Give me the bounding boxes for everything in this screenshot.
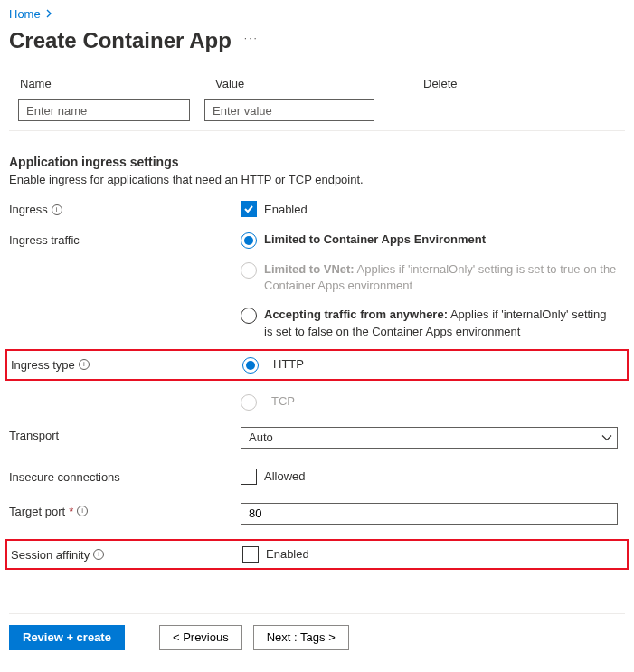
ingress-enabled-label: Enabled: [264, 203, 308, 216]
highlight-session-affinity: Session affinity i Enabled: [5, 539, 629, 570]
env-name-input[interactable]: [18, 99, 190, 121]
section-desc: Enable ingress for applications that nee…: [9, 173, 625, 186]
radio-http-label: HTTP: [273, 356, 304, 373]
breadcrumb-home[interactable]: Home: [9, 7, 41, 21]
label-ingress: Ingress: [9, 203, 48, 216]
wizard-footer: Review + create < Previous Next : Tags >: [9, 613, 625, 650]
breadcrumb: Home: [9, 4, 625, 28]
row-tcp: TCP: [9, 393, 625, 411]
transport-select[interactable]: Auto: [241, 427, 618, 449]
chevron-right-icon: [46, 9, 52, 20]
next-button[interactable]: Next : Tags >: [253, 625, 349, 650]
radio-anywhere[interactable]: [241, 308, 257, 324]
review-create-button[interactable]: Review + create: [9, 625, 125, 650]
section-title: Application ingress settings: [9, 155, 625, 169]
col-header-delete: Delete: [423, 77, 532, 90]
label-transport: Transport: [9, 429, 59, 442]
radio-limited-vnet: [241, 262, 257, 279]
row-ingress-traffic: Ingress traffic Limited to Container App…: [9, 232, 625, 340]
info-icon[interactable]: i: [79, 359, 90, 370]
env-value-input[interactable]: [204, 99, 374, 121]
label-ingress-traffic: Ingress traffic: [9, 233, 80, 247]
session-affinity-enabled-label: Enabled: [266, 547, 309, 561]
radio-tcp-label: TCP: [271, 393, 295, 410]
highlight-ingress-type: Ingress type i HTTP: [5, 349, 629, 381]
row-ingress: Ingress i Enabled: [9, 201, 625, 217]
row-transport: Transport Auto: [9, 427, 625, 449]
label-target-port: Target port: [9, 505, 65, 518]
col-header-name: Name: [20, 77, 215, 90]
ingress-traffic-group: Limited to Container Apps Environment Li…: [241, 232, 618, 340]
radio-anywhere-label: Accepting traffic from anywhere: Applies…: [264, 307, 618, 339]
row-insecure: Insecure connections Allowed: [9, 469, 625, 485]
radio-limited-env[interactable]: [241, 232, 257, 249]
info-icon[interactable]: i: [52, 204, 62, 215]
target-port-input[interactable]: [241, 503, 618, 525]
required-star: *: [69, 505, 73, 518]
col-header-value: Value: [215, 77, 423, 90]
columns-header: Name Value Delete: [9, 73, 625, 99]
info-icon[interactable]: i: [77, 506, 88, 516]
radio-http[interactable]: [242, 357, 259, 374]
session-affinity-checkbox[interactable]: [242, 546, 259, 563]
env-var-row: [9, 99, 625, 131]
label-session-affinity: Session affinity: [11, 548, 90, 562]
label-ingress-type: Ingress type: [11, 358, 75, 372]
radio-limited-vnet-label: Limited to VNet: Applies if 'internalOnl…: [264, 261, 618, 294]
title-row: Create Container App ···: [9, 28, 625, 53]
radio-tcp: [241, 394, 257, 411]
previous-button[interactable]: < Previous: [159, 625, 242, 650]
insecure-checkbox[interactable]: [241, 469, 257, 485]
info-icon[interactable]: i: [93, 549, 104, 560]
more-icon[interactable]: ···: [244, 32, 259, 50]
label-insecure: Insecure connections: [9, 470, 120, 484]
page-title: Create Container App: [9, 28, 232, 53]
insecure-allowed-label: Allowed: [264, 469, 306, 483]
ingress-checkbox[interactable]: [241, 201, 257, 217]
row-target-port: Target port * i: [9, 503, 625, 525]
radio-limited-env-label: Limited to Container Apps Environment: [264, 232, 486, 246]
